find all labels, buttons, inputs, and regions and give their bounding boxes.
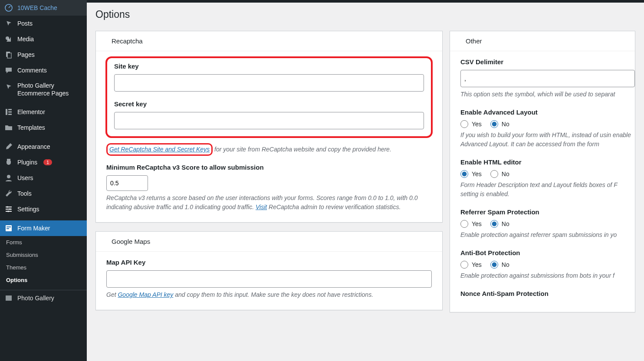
- recaptcha-heading: Recaptcha: [96, 31, 442, 51]
- sidebar-label: Form Maker: [17, 225, 50, 232]
- get-recaptcha-keys-highlight: Get ReCaptcha Site and Secret Keys: [106, 143, 213, 156]
- sidebar-label: Posts: [17, 20, 33, 27]
- sidebar-label: Appearance: [17, 143, 50, 150]
- folder-icon: [4, 123, 13, 132]
- secret-key-label: Secret key: [114, 100, 424, 108]
- site-key-input[interactable]: [114, 74, 424, 92]
- yes-label: Yes: [472, 121, 482, 128]
- elementor-icon: [4, 108, 13, 116]
- nonce-label: Nonce Anti-Spam Protection: [460, 290, 635, 297]
- sidebar-label: Photo Gallery Ecommerce Pages: [17, 82, 82, 97]
- csv-delimiter-label: CSV Delimiter: [460, 58, 635, 66]
- site-key-label: Site key: [114, 62, 424, 70]
- spam-no-radio[interactable]: [490, 220, 498, 228]
- html-editor-no-radio[interactable]: [490, 170, 498, 178]
- sidebar-label: Settings: [17, 206, 39, 213]
- brush-icon: [4, 142, 13, 151]
- sidebar-label: Photo Gallery: [17, 295, 54, 302]
- min-score-label: Minimum ReCaptcha v3 Score to allow subm…: [106, 164, 432, 171]
- sidebar-item-form-maker[interactable]: Form Maker: [0, 220, 87, 236]
- svg-rect-6: [8, 112, 12, 113]
- other-heading: Other: [450, 31, 635, 51]
- map-desc-pre: Get: [106, 291, 118, 298]
- advanced-layout-label: Enable Advanced Layout: [460, 108, 635, 116]
- html-editor-label: Enable HTML editor: [460, 158, 635, 166]
- sidebar-label: Elementor: [17, 108, 45, 115]
- get-keys-rest: for your site from ReCaptcha website and…: [213, 146, 391, 153]
- form-icon: [4, 224, 13, 233]
- sidebar-item-elementor[interactable]: Elementor: [0, 104, 87, 120]
- svg-rect-13: [7, 226, 11, 227]
- sidebar-label: Templates: [17, 124, 45, 131]
- svg-rect-14: [7, 228, 9, 229]
- sidebar-label: Tools: [17, 190, 32, 197]
- sidebar-label: Plugins: [17, 159, 37, 166]
- pin-icon: [4, 19, 13, 28]
- csv-delimiter-desc: This option sets the symbol, which will …: [460, 90, 635, 99]
- submenu-forms[interactable]: Forms: [0, 236, 87, 249]
- google-maps-heading: Google Maps: [96, 232, 442, 252]
- other-card: Other CSV Delimiter This option sets the…: [450, 31, 635, 312]
- antibot-yes-radio[interactable]: [460, 261, 468, 269]
- min-score-desc: ReCaptcha v3 returns a score based on th…: [106, 194, 432, 212]
- sidebar-label: Pages: [17, 51, 35, 58]
- sidebar-item-media[interactable]: Media: [0, 31, 87, 47]
- map-api-key-input[interactable]: [106, 270, 432, 288]
- antibot-no-radio[interactable]: [490, 261, 498, 269]
- pages-icon: [4, 50, 13, 59]
- page-title: Options: [95, 0, 635, 31]
- get-recaptcha-keys-link[interactable]: Get ReCaptcha Site and Secret Keys: [109, 146, 210, 153]
- sidebar-item-plugins[interactable]: Plugins 1: [0, 154, 87, 170]
- google-map-api-link[interactable]: Google Map API key: [118, 291, 173, 298]
- svg-point-9: [7, 206, 8, 208]
- sliders-icon: [4, 205, 13, 213]
- spam-yes-radio[interactable]: [460, 220, 468, 228]
- sidebar-item-settings[interactable]: Settings: [0, 201, 87, 217]
- svg-point-10: [9, 208, 11, 210]
- sidebar-item-posts[interactable]: Posts: [0, 16, 87, 31]
- spam-protection-label: Referrer Spam Protection: [460, 208, 635, 216]
- svg-rect-5: [8, 109, 12, 110]
- recaptcha-keys-highlight: Site key Secret key: [105, 56, 433, 138]
- html-editor-desc: Form Header Description text and Layout …: [460, 180, 635, 199]
- svg-rect-3: [7, 53, 11, 58]
- no-label: No: [502, 171, 509, 177]
- wrench-icon: [4, 189, 13, 198]
- antibot-label: Anti-Bot Protection: [460, 249, 635, 256]
- svg-rect-4: [6, 109, 7, 115]
- sidebar-item-users[interactable]: Users: [0, 170, 87, 186]
- sidebar-item-pages[interactable]: Pages: [0, 47, 87, 62]
- submenu-themes[interactable]: Themes: [0, 261, 87, 274]
- advanced-layout-no-radio[interactable]: [490, 120, 498, 128]
- secret-key-input[interactable]: [114, 112, 424, 129]
- sidebar-item-cache[interactable]: 10WEB Cache: [0, 0, 87, 16]
- submenu-submissions[interactable]: Submissions: [0, 249, 87, 261]
- sidebar-label: Media: [17, 36, 34, 43]
- sidebar-item-comments[interactable]: Comments: [0, 62, 87, 78]
- sidebar-item-photo-gallery[interactable]: Photo Gallery Ecommerce Pages: [0, 78, 87, 101]
- plugins-badge: 1: [43, 159, 52, 165]
- yes-label: Yes: [472, 261, 482, 268]
- gauge-icon: [4, 3, 13, 12]
- no-label: No: [502, 220, 509, 227]
- advanced-layout-yes-radio[interactable]: [460, 120, 468, 128]
- sidebar-label: Users: [17, 174, 33, 181]
- submenu-options[interactable]: Options: [0, 274, 87, 286]
- csv-delimiter-input[interactable]: [460, 70, 635, 87]
- pin-icon: [4, 82, 13, 91]
- sidebar-item-templates[interactable]: Templates: [0, 120, 87, 135]
- html-editor-yes-radio[interactable]: [460, 170, 468, 178]
- sidebar-item-photo-gallery-2[interactable]: Photo Gallery: [0, 290, 87, 306]
- sidebar-item-tools[interactable]: Tools: [0, 186, 87, 201]
- sidebar-item-appearance[interactable]: Appearance: [0, 139, 87, 154]
- recaptcha-card: Recaptcha Site key Secret key Get ReCapt…: [95, 31, 443, 223]
- min-score-input[interactable]: [106, 175, 148, 191]
- map-api-desc: Get Google Map API key and copy them to …: [106, 290, 432, 299]
- min-score-desc-2: ReCaptcha admin to review verification s…: [267, 203, 401, 210]
- visit-recaptcha-link[interactable]: Visit: [256, 203, 267, 210]
- admin-sidebar: 10WEB Cache Posts Media Pages Comments P…: [0, 0, 87, 361]
- sidebar-label: Comments: [17, 67, 47, 74]
- no-label: No: [502, 261, 509, 268]
- svg-point-8: [7, 175, 10, 178]
- content-area: Options Recaptcha Site key Secret key G: [87, 0, 644, 361]
